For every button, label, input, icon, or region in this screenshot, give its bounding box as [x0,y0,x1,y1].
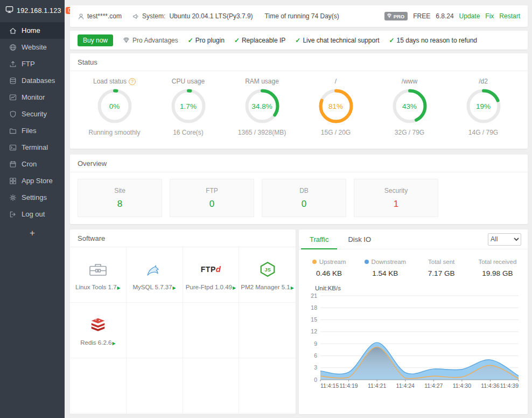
sidebar-item-settings[interactable]: Settings [0,189,65,206]
gem-icon [387,13,392,19]
sidebar-item-files[interactable]: Files [0,122,65,139]
sidebar: 192.168.1.123 0 HomeWebsiteFTPDatabasesM… [0,0,65,418]
card-value: 1 [394,199,398,210]
help-icon[interactable]: ? [129,78,136,85]
svg-text:18: 18 [311,304,317,311]
chart-unit-label: Unit:KB/s [315,285,528,291]
gauge-percent: 81% [318,88,354,124]
gauge-label: / [335,78,337,85]
system-info: System: Ubuntu 20.04.1 LTS(Py3.7.9) [132,12,253,20]
tab-disk-io[interactable]: Disk IO [339,229,380,249]
sidebar-item-log-out[interactable]: Log out [0,206,65,222]
traffic-panel: TrafficDisk IO All Upstream0.46 KBDownst… [299,229,528,414]
sidebar-item-label: Website [22,43,47,51]
traffic-chart-svg: 03691215182111:4:1511:4:1911:4:2111:4:24… [305,292,521,399]
sidebar-item-label: Files [22,127,36,135]
fix-link[interactable]: Fix [485,12,494,20]
card-label: DB [299,187,309,194]
gauge-www: /www43%32G / 79G [377,78,442,136]
traffic-chart: 03691215182111:4:1511:4:1911:4:2111:4:24… [299,291,528,401]
gauge-ring: 0% [97,88,132,124]
server-identity[interactable]: 192.168.1.123 0 [0,0,65,22]
sidebar-item-website[interactable]: Website [0,39,65,55]
status-panel: Status Load status?0%Running smoothlyCPU… [70,53,528,149]
software-app-name: Linux Tools 1.7▶ [75,284,121,290]
update-link[interactable]: Update [459,12,480,20]
gauge-Load-status: Load status?0%Running smoothly [82,78,147,136]
gauge-ring: 43% [392,88,428,124]
gear-icon [9,194,17,201]
overview-card-security[interactable]: Security1 [354,179,438,217]
pro-advantages[interactable]: Pro Advantages [123,37,178,44]
pro-badge[interactable]: PRO [384,12,408,20]
legend-dot [365,260,369,264]
promo-feature: ✓15 days no reason to refund [389,37,477,44]
system-label: System: [142,12,165,20]
sidebar-item-label: Security [22,110,47,118]
gauge-label: CPU usage [172,78,205,85]
gauge-ring: 34.8% [244,88,280,124]
running-play-icon: ▶ [112,341,115,346]
sidebar-item-monitor[interactable]: Monitor [0,89,65,106]
sidebar-item-security[interactable]: Security [0,106,65,122]
svg-text:0: 0 [314,377,317,383]
sidebar-item-app-store[interactable]: App Store [0,172,65,189]
svg-text:6: 6 [314,352,317,359]
gauge-label: /www [402,78,417,85]
restart-link[interactable]: Restart [499,12,520,20]
gauge-percent: 34.8% [244,88,280,124]
software-empty-cell [239,303,296,358]
stat-total-sent: Total sent7.17 GB [414,259,470,277]
running-play-icon: ▶ [117,285,121,290]
card-value: 0 [209,199,214,210]
gauge-ring: 81% [318,88,354,124]
uptime: Time of running 74 Day(s) [265,12,339,20]
software-app-linux-tools-1-7[interactable]: Linux Tools 1.7▶ [70,247,127,303]
software-app-name: Pure-Ftpd 1.0.49▶ [186,284,236,290]
overview-card-ftp[interactable]: FTP0 [170,179,254,217]
software-app-mysql-5-7-37[interactable]: MySQL 5.7.37▶ [127,247,183,303]
gauge-percent: 0% [97,88,132,124]
gauge-: /81%15G / 20G [304,78,368,136]
svg-text:11:4:21: 11:4:21 [368,382,386,389]
software-app-name: Redis 6.2.6▶ [80,339,115,346]
gauge-caption: 14G / 79G [468,129,498,136]
sidebar-item-label: Settings [22,193,47,201]
version-label: 6.8.24 [436,12,453,20]
sidebar-item-terminal[interactable]: Terminal [0,139,65,156]
check-icon: ✓ [295,37,300,44]
overview-card-site[interactable]: Site8 [78,179,162,217]
overview-panel: Overview Site8FTP0DB0Security1 [70,155,528,224]
overview-card-db[interactable]: DB0 [262,179,346,217]
sidebar-item-ftp[interactable]: FTP [0,55,65,72]
sidebar-item-label: Home [22,26,40,34]
gauge-ring: 19% [466,88,501,124]
logout-icon [9,211,17,218]
sidebar-item-label: Terminal [22,143,48,151]
promo-feature: ✓Pro plugin [188,37,225,44]
software-empty-cell [183,358,240,414]
gauge-ring: 1.7% [171,88,206,124]
traffic-filter-select[interactable]: All [488,233,521,246]
sidebar-add-button[interactable]: + [0,228,65,239]
gauge-label: Load status? [93,78,136,85]
status-title: Status [70,53,528,71]
overview-cards: Site8FTP0DB0Security1 [70,172,528,224]
buy-now-button[interactable]: Buy now [78,34,113,46]
grid-icon [9,177,17,185]
traffic-stats: Upstream0.46 KBDownstream1.54 KBTotal se… [299,249,528,280]
svg-text:11:4:19: 11:4:19 [339,382,358,389]
calendar-icon [9,161,17,168]
software-empty-cell [127,303,183,358]
home-icon [9,27,17,34]
software-app-redis-6-2-6[interactable]: Redis 6.2.6▶ [70,303,127,358]
sidebar-item-home[interactable]: Home [0,22,65,39]
software-app-pm2-manager-5-1[interactable]: JSPM2 Manager 5.1▶ [239,247,296,303]
account-menu[interactable]: test****.com [78,12,122,20]
sidebar-item-databases[interactable]: Databases [0,72,65,89]
running-play-icon: ▶ [291,285,294,290]
tab-traffic[interactable]: Traffic [301,229,337,249]
software-app-pure-ftpd-1-0-49[interactable]: FTPdPure-Ftpd 1.0.49▶ [183,247,240,303]
running-play-icon: ▶ [233,285,236,290]
sidebar-item-cron[interactable]: Cron [0,156,65,172]
